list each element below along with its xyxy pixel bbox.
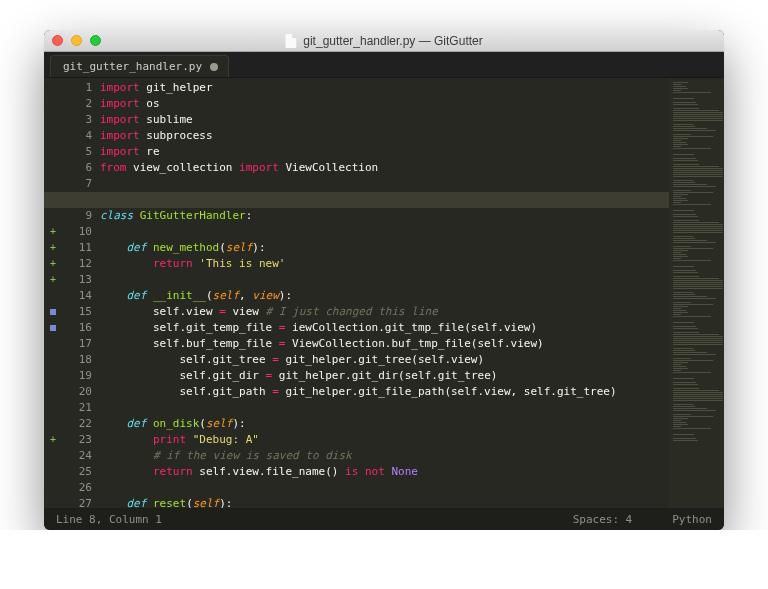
line-number: 17 <box>62 336 92 352</box>
minimap[interactable] <box>669 78 724 508</box>
gutter-marker <box>44 400 62 416</box>
minimap-line <box>673 204 711 205</box>
minimap-line <box>673 438 696 439</box>
code-line[interactable] <box>100 272 669 288</box>
minimap-line <box>673 126 695 127</box>
minimap-line <box>673 348 693 349</box>
code-line[interactable]: self.git_tree = git_helper.git_tree(self… <box>100 352 669 368</box>
line-number: 10 <box>62 224 92 240</box>
code-line[interactable]: print "Debug: A" <box>100 432 669 448</box>
gutter-marker <box>44 336 62 352</box>
minimap-line <box>673 280 723 281</box>
code-line[interactable]: def new_method(self): <box>100 240 669 256</box>
line-number: 13 <box>62 272 92 288</box>
line-number: 1 <box>62 80 92 96</box>
code-line[interactable] <box>100 400 669 416</box>
minimap-line <box>673 210 694 211</box>
minimap-line <box>673 370 681 371</box>
minimap-line <box>673 102 696 103</box>
gutter-marker <box>44 112 62 128</box>
minimap-line <box>673 296 707 297</box>
code-line[interactable]: self.git_dir = git_helper.git_dir(self.g… <box>100 368 669 384</box>
code-line[interactable]: class GitGutterHandler: <box>100 208 669 224</box>
line-number: 27 <box>62 496 92 508</box>
minimap-line <box>673 228 723 229</box>
minimap-line <box>673 222 719 223</box>
minimap-line <box>673 166 719 167</box>
close-button[interactable] <box>52 35 63 46</box>
minimap-line <box>673 130 716 131</box>
status-syntax[interactable]: Python <box>672 513 712 526</box>
minimap-line <box>673 352 707 353</box>
code-line[interactable]: return 'This is new' <box>100 256 669 272</box>
minimap-line <box>673 174 723 175</box>
status-position[interactable]: Line 8, Column 1 <box>56 513 162 526</box>
minimap-line <box>673 148 711 149</box>
code-line[interactable]: import sublime <box>100 112 669 128</box>
tab-active[interactable]: git_gutter_handler.py <box>50 55 229 77</box>
line-number: 25 <box>62 464 92 480</box>
minimap-line <box>673 394 723 395</box>
minimap-line <box>673 414 691 415</box>
gutter-marker <box>44 480 62 496</box>
minimap-line <box>673 428 711 429</box>
code-line[interactable]: import subprocess <box>100 128 669 144</box>
code-line[interactable]: self.view = view # I just changed this l… <box>100 304 669 320</box>
minimap-line <box>673 334 719 335</box>
gutter-marker <box>44 416 62 432</box>
minimap-line <box>673 292 693 293</box>
minimap-line <box>673 230 723 231</box>
code-line[interactable]: import git_helper <box>100 80 669 96</box>
code-line[interactable]: def reset(self): <box>100 496 669 508</box>
minimap-line <box>673 192 713 193</box>
code-line[interactable]: from view_collection import ViewCollecti… <box>100 160 669 176</box>
status-indent[interactable]: Spaces: 4 <box>573 513 633 526</box>
code-area[interactable]: import git_helperimport osimport sublime… <box>92 78 669 508</box>
line-number: 26 <box>62 480 92 496</box>
minimap-line <box>673 104 698 105</box>
code-line[interactable]: self.buf_temp_file = ViewCollection.buf_… <box>100 336 669 352</box>
minimap-line <box>673 336 723 337</box>
minimap-line <box>673 170 723 171</box>
minimap-line <box>673 82 688 83</box>
code-line[interactable] <box>100 224 669 240</box>
code-line[interactable]: import re <box>100 144 669 160</box>
statusbar: Line 8, Column 1 Spaces: 4 Python <box>44 508 724 530</box>
minimap-line <box>673 294 695 295</box>
code-line[interactable]: return self.view.file_name() is not None <box>100 464 669 480</box>
minimap-line <box>673 384 698 385</box>
minimap-line <box>673 306 688 307</box>
minimap-line <box>673 214 696 215</box>
line-number: 18 <box>62 352 92 368</box>
minimap-line <box>673 408 707 409</box>
minimap-line <box>673 98 694 99</box>
code-line[interactable]: import os <box>100 96 669 112</box>
minimap-line <box>673 340 723 341</box>
code-line[interactable] <box>100 176 669 192</box>
minimap-line <box>673 144 688 145</box>
gutter-marker <box>44 352 62 368</box>
minimap-line <box>673 434 694 435</box>
minimap-line <box>673 146 681 147</box>
minimap-line <box>673 240 707 241</box>
minimap-line <box>673 194 688 195</box>
code-line[interactable]: def on_disk(self): <box>100 416 669 432</box>
document-icon <box>285 34 297 48</box>
gutter-marker: + <box>44 272 62 288</box>
zoom-button[interactable] <box>90 35 101 46</box>
minimize-button[interactable] <box>71 35 82 46</box>
code-line[interactable]: self.git_temp_file = iewCollection.git_t… <box>100 320 669 336</box>
code-line[interactable]: self.git_path = git_helper.git_file_path… <box>100 384 669 400</box>
code-line[interactable]: def __init__(self, view): <box>100 288 669 304</box>
minimap-line <box>673 242 716 243</box>
code-line[interactable] <box>100 480 669 496</box>
minimap-line <box>673 202 681 203</box>
code-line[interactable]: # if the view is saved to disk <box>100 448 669 464</box>
code-line[interactable] <box>100 192 669 208</box>
minimap-line <box>673 266 694 267</box>
minimap-line <box>673 326 696 327</box>
minimap-line <box>673 236 693 237</box>
minimap-line <box>673 248 713 249</box>
minimap-line <box>673 270 696 271</box>
minimap-line <box>673 114 723 115</box>
